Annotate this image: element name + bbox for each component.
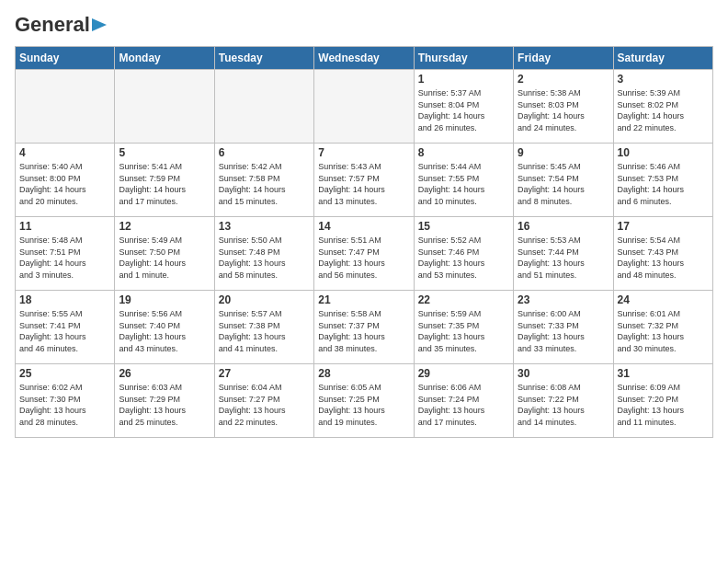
day-number: 8 [418, 146, 509, 159]
calendar-cell: 24Sunrise: 6:01 AM Sunset: 7:32 PM Dayli… [613, 291, 712, 364]
calendar-cell: 11Sunrise: 5:48 AM Sunset: 7:51 PM Dayli… [16, 217, 115, 291]
calendar-cell [214, 70, 313, 144]
day-number: 28 [318, 367, 409, 380]
weekday-header-saturday: Saturday [613, 47, 712, 70]
day-number: 10 [618, 146, 709, 159]
day-number: 18 [19, 293, 110, 306]
calendar-cell [314, 70, 414, 144]
calendar-cell: 15Sunrise: 5:52 AM Sunset: 7:46 PM Dayli… [414, 217, 513, 291]
calendar-table: SundayMondayTuesdayWednesdayThursdayFrid… [15, 46, 713, 438]
day-number: 13 [219, 220, 310, 233]
day-number: 2 [518, 73, 609, 86]
day-number: 22 [418, 293, 509, 306]
day-number: 29 [418, 367, 509, 380]
calendar-week-row: 25Sunrise: 6:02 AM Sunset: 7:30 PM Dayli… [16, 364, 713, 438]
calendar-cell: 28Sunrise: 6:05 AM Sunset: 7:25 PM Dayli… [314, 364, 414, 438]
calendar-cell: 26Sunrise: 6:03 AM Sunset: 7:29 PM Dayli… [115, 364, 214, 438]
day-info: Sunrise: 6:09 AM Sunset: 7:20 PM Dayligh… [618, 382, 709, 428]
calendar-cell: 8Sunrise: 5:44 AM Sunset: 7:55 PM Daylig… [414, 144, 513, 217]
svg-marker-0 [92, 18, 107, 31]
day-number: 3 [618, 73, 709, 86]
day-number: 5 [119, 146, 210, 159]
day-info: Sunrise: 5:52 AM Sunset: 7:46 PM Dayligh… [418, 235, 509, 281]
day-info: Sunrise: 5:43 AM Sunset: 7:57 PM Dayligh… [318, 161, 409, 207]
calendar-cell: 7Sunrise: 5:43 AM Sunset: 7:57 PM Daylig… [314, 144, 414, 217]
calendar-cell: 21Sunrise: 5:58 AM Sunset: 7:37 PM Dayli… [314, 291, 414, 364]
calendar-cell: 17Sunrise: 5:54 AM Sunset: 7:43 PM Dayli… [613, 217, 712, 291]
calendar-week-row: 11Sunrise: 5:48 AM Sunset: 7:51 PM Dayli… [16, 217, 713, 291]
day-info: Sunrise: 5:56 AM Sunset: 7:40 PM Dayligh… [119, 308, 210, 354]
calendar-cell: 4Sunrise: 5:40 AM Sunset: 8:00 PM Daylig… [16, 144, 115, 217]
day-info: Sunrise: 6:03 AM Sunset: 7:29 PM Dayligh… [119, 382, 210, 428]
weekday-header-friday: Friday [514, 47, 613, 70]
day-info: Sunrise: 5:53 AM Sunset: 7:44 PM Dayligh… [518, 235, 609, 281]
day-info: Sunrise: 5:42 AM Sunset: 7:58 PM Dayligh… [219, 161, 310, 207]
calendar-cell: 2Sunrise: 5:38 AM Sunset: 8:03 PM Daylig… [514, 70, 613, 144]
day-info: Sunrise: 5:55 AM Sunset: 7:41 PM Dayligh… [19, 308, 110, 354]
day-number: 25 [19, 367, 110, 380]
calendar-week-row: 1Sunrise: 5:37 AM Sunset: 8:04 PM Daylig… [16, 70, 713, 144]
day-info: Sunrise: 5:51 AM Sunset: 7:47 PM Dayligh… [318, 235, 409, 281]
day-number: 11 [19, 220, 110, 233]
day-info: Sunrise: 6:08 AM Sunset: 7:22 PM Dayligh… [518, 382, 609, 428]
day-info: Sunrise: 6:05 AM Sunset: 7:25 PM Dayligh… [318, 382, 409, 428]
calendar-cell: 14Sunrise: 5:51 AM Sunset: 7:47 PM Dayli… [314, 217, 414, 291]
day-info: Sunrise: 5:50 AM Sunset: 7:48 PM Dayligh… [219, 235, 310, 281]
day-info: Sunrise: 5:57 AM Sunset: 7:38 PM Dayligh… [219, 308, 310, 354]
day-number: 7 [318, 146, 409, 159]
weekday-header-thursday: Thursday [414, 47, 513, 70]
day-info: Sunrise: 6:04 AM Sunset: 7:27 PM Dayligh… [219, 382, 310, 428]
calendar-cell: 30Sunrise: 6:08 AM Sunset: 7:22 PM Dayli… [514, 364, 613, 438]
day-info: Sunrise: 5:58 AM Sunset: 7:37 PM Dayligh… [318, 308, 409, 354]
day-info: Sunrise: 5:48 AM Sunset: 7:51 PM Dayligh… [19, 235, 110, 281]
weekday-header-wednesday: Wednesday [314, 47, 414, 70]
day-info: Sunrise: 5:54 AM Sunset: 7:43 PM Dayligh… [618, 235, 709, 281]
day-number: 14 [318, 220, 409, 233]
logo-arrow-icon [92, 17, 110, 33]
day-number: 12 [119, 220, 210, 233]
day-info: Sunrise: 5:46 AM Sunset: 7:53 PM Dayligh… [618, 161, 709, 207]
day-info: Sunrise: 5:37 AM Sunset: 8:04 PM Dayligh… [418, 87, 509, 133]
day-number: 24 [618, 293, 709, 306]
weekday-header-monday: Monday [115, 47, 214, 70]
day-info: Sunrise: 6:01 AM Sunset: 7:32 PM Dayligh… [618, 308, 709, 354]
calendar-cell: 1Sunrise: 5:37 AM Sunset: 8:04 PM Daylig… [414, 70, 513, 144]
calendar-cell: 3Sunrise: 5:39 AM Sunset: 8:02 PM Daylig… [613, 70, 712, 144]
day-info: Sunrise: 5:39 AM Sunset: 8:02 PM Dayligh… [618, 87, 709, 133]
calendar-cell: 20Sunrise: 5:57 AM Sunset: 7:38 PM Dayli… [214, 291, 313, 364]
day-number: 27 [219, 367, 310, 380]
day-number: 26 [119, 367, 210, 380]
calendar-cell: 9Sunrise: 5:45 AM Sunset: 7:54 PM Daylig… [514, 144, 613, 217]
calendar-cell: 6Sunrise: 5:42 AM Sunset: 7:58 PM Daylig… [214, 144, 313, 217]
day-number: 17 [618, 220, 709, 233]
calendar-cell: 23Sunrise: 6:00 AM Sunset: 7:33 PM Dayli… [514, 291, 613, 364]
day-info: Sunrise: 5:41 AM Sunset: 7:59 PM Dayligh… [119, 161, 210, 207]
day-number: 15 [418, 220, 509, 233]
calendar-week-row: 18Sunrise: 5:55 AM Sunset: 7:41 PM Dayli… [16, 291, 713, 364]
day-number: 21 [318, 293, 409, 306]
day-info: Sunrise: 5:49 AM Sunset: 7:50 PM Dayligh… [119, 235, 210, 281]
day-number: 9 [518, 146, 609, 159]
day-number: 23 [518, 293, 609, 306]
calendar-cell: 18Sunrise: 5:55 AM Sunset: 7:41 PM Dayli… [16, 291, 115, 364]
day-info: Sunrise: 5:45 AM Sunset: 7:54 PM Dayligh… [518, 161, 609, 207]
calendar-cell: 19Sunrise: 5:56 AM Sunset: 7:40 PM Dayli… [115, 291, 214, 364]
calendar-cell: 16Sunrise: 5:53 AM Sunset: 7:44 PM Dayli… [514, 217, 613, 291]
calendar-cell: 12Sunrise: 5:49 AM Sunset: 7:50 PM Dayli… [115, 217, 214, 291]
calendar-week-row: 4Sunrise: 5:40 AM Sunset: 8:00 PM Daylig… [16, 144, 713, 217]
calendar-cell [16, 70, 115, 144]
calendar-cell: 27Sunrise: 6:04 AM Sunset: 7:27 PM Dayli… [214, 364, 313, 438]
calendar-cell: 25Sunrise: 6:02 AM Sunset: 7:30 PM Dayli… [16, 364, 115, 438]
calendar-cell: 31Sunrise: 6:09 AM Sunset: 7:20 PM Dayli… [613, 364, 712, 438]
day-number: 1 [418, 73, 509, 86]
logo: General [15, 15, 110, 35]
calendar-cell: 13Sunrise: 5:50 AM Sunset: 7:48 PM Dayli… [214, 217, 313, 291]
day-number: 20 [219, 293, 310, 306]
calendar-cell: 29Sunrise: 6:06 AM Sunset: 7:24 PM Dayli… [414, 364, 513, 438]
calendar-cell: 5Sunrise: 5:41 AM Sunset: 7:59 PM Daylig… [115, 144, 214, 217]
logo-text: General [15, 15, 90, 35]
calendar-cell: 22Sunrise: 5:59 AM Sunset: 7:35 PM Dayli… [414, 291, 513, 364]
weekday-header-tuesday: Tuesday [214, 47, 313, 70]
day-number: 4 [19, 146, 110, 159]
day-info: Sunrise: 5:44 AM Sunset: 7:55 PM Dayligh… [418, 161, 509, 207]
